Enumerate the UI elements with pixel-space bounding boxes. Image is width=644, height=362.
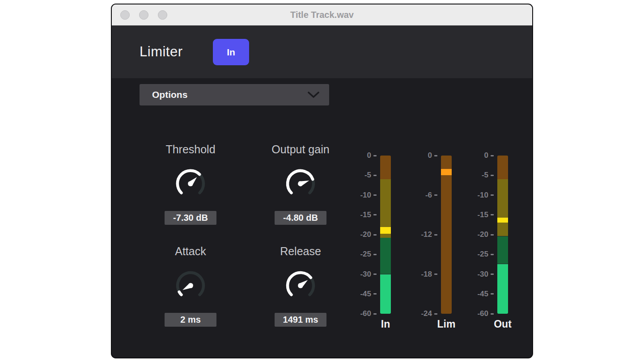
output-gain-knob[interactable] — [283, 166, 318, 201]
window-title: Title Track.wav — [112, 4, 532, 25]
attack-knob[interactable] — [173, 268, 208, 303]
threshold-knob[interactable] — [173, 166, 208, 201]
input-meter-label: In — [381, 318, 390, 330]
limit-meter-scale: 0-6-12-18-24 — [412, 156, 437, 314]
release-value[interactable]: 1491 ms — [275, 313, 326, 327]
plugin-header: Limiter In — [112, 25, 532, 78]
meter-segment — [380, 156, 391, 179]
output-meter-label: Out — [494, 318, 512, 330]
meter-segment — [441, 156, 452, 169]
attack-value[interactable]: 2 ms — [165, 313, 216, 327]
output-meter-scale: 0-5-10-15-20-25-30-45-60 — [469, 156, 494, 314]
meter-tick: -30 — [360, 270, 377, 279]
meter-tick: -60 — [477, 309, 494, 318]
meter-segment — [497, 218, 508, 223]
meter-segment — [380, 234, 391, 238]
meter-tick: -18 — [421, 270, 437, 279]
output-gain-label: Output gain — [271, 143, 329, 159]
meter-segment — [380, 274, 391, 314]
output-meter-bar — [497, 156, 508, 314]
attack-label: Attack — [175, 245, 206, 261]
meter-tick: -24 — [421, 309, 437, 318]
meter-segment — [441, 175, 452, 314]
title-bar: Title Track.wav — [112, 4, 532, 25]
meter-tick: 0 — [428, 151, 437, 160]
meter-tick: -60 — [360, 309, 377, 318]
meter-tick: -45 — [477, 290, 494, 299]
limit-meter-label: Lim — [437, 318, 456, 330]
threshold-label: Threshold — [165, 143, 215, 159]
meter-tick: -15 — [360, 210, 377, 219]
meter-tick: -12 — [421, 230, 437, 239]
meter-tick: -10 — [477, 191, 494, 200]
meter-tick: -25 — [477, 250, 494, 259]
meter-segment — [497, 156, 508, 179]
meter-segment — [441, 169, 452, 176]
meter-tick: 0 — [484, 151, 494, 160]
meter-tick: -20 — [477, 230, 494, 239]
meter-tick: -6 — [425, 191, 437, 200]
chevron-down-icon — [308, 92, 319, 98]
meter-tick: -20 — [360, 230, 377, 239]
meter-segment — [380, 238, 391, 274]
attack-control: Attack 2 ms — [155, 245, 226, 327]
meter-tick: -5 — [364, 171, 377, 180]
threshold-control: Threshold -7.30 dB — [155, 143, 226, 225]
meter-segment — [497, 223, 508, 236]
release-control: Release 1491 ms — [265, 245, 336, 327]
release-knob[interactable] — [283, 268, 318, 303]
meter-segment — [497, 264, 508, 314]
meter-segment — [380, 227, 391, 234]
meter-segment — [497, 236, 508, 264]
release-label: Release — [280, 245, 321, 261]
input-meter-bar — [380, 156, 391, 314]
meter-tick: -15 — [477, 210, 494, 219]
meter-tick: -5 — [482, 171, 494, 180]
meter-tick: -10 — [360, 191, 377, 200]
input-meter-scale: 0-5-10-15-20-25-30-45-60 — [352, 156, 377, 314]
bypass-in-button[interactable]: In — [213, 39, 249, 65]
options-dropdown[interactable]: Options — [140, 84, 329, 105]
plugin-name: Limiter — [140, 25, 183, 78]
options-dropdown-label: Options — [140, 89, 187, 100]
limit-meter-bar — [441, 156, 452, 314]
output-gain-value[interactable]: -4.80 dB — [275, 211, 326, 225]
output-gain-control: Output gain -4.80 dB — [265, 143, 336, 225]
meter-tick: 0 — [367, 151, 377, 160]
meter-tick: -30 — [477, 270, 494, 279]
meter-segment — [497, 179, 508, 218]
plugin-window: Title Track.wav Limiter In Options Thres… — [111, 4, 533, 358]
threshold-value[interactable]: -7.30 dB — [165, 211, 216, 225]
meter-segment — [380, 179, 391, 227]
meter-tick: -45 — [360, 290, 377, 299]
meter-tick: -25 — [360, 250, 377, 259]
